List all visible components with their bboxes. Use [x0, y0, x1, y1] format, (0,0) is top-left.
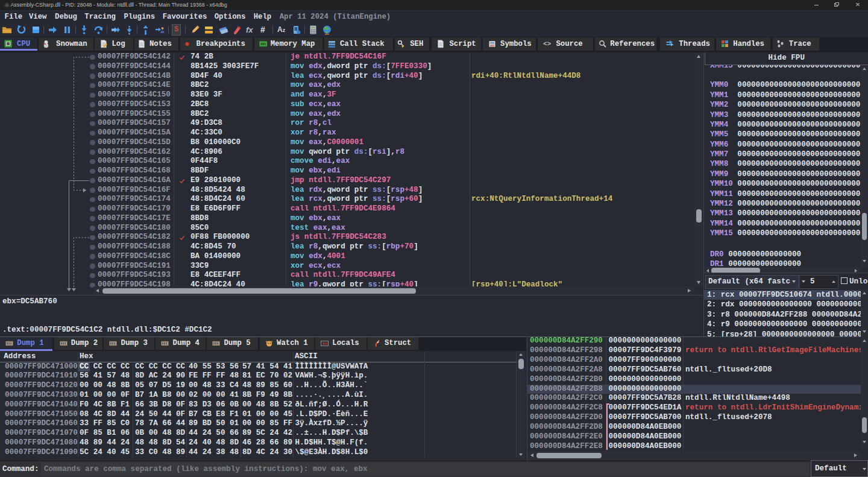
svg-text:x=: x=	[322, 341, 327, 346]
svg-text:<>: <>	[543, 40, 552, 48]
